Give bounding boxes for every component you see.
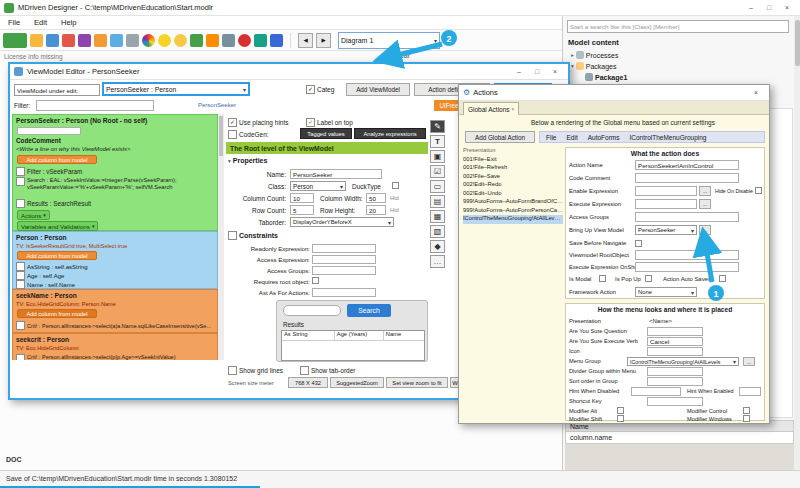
close-icon[interactable]: × (747, 86, 765, 100)
search-icon[interactable] (126, 34, 139, 47)
checkbox[interactable] (16, 199, 25, 208)
tree-row-name[interactable]: Name : self.Name (16, 280, 75, 289)
list-item[interactable]: 002!Edit–Undo (463, 190, 563, 199)
rendered-menu-autoforms[interactable]: AutoForms (588, 134, 620, 141)
execute-expr-field[interactable] (635, 199, 697, 209)
analyze-expressions-button[interactable]: Analyze expressions (354, 128, 426, 139)
listbox-tool-icon[interactable]: ▤ (430, 195, 445, 208)
tree-item-package1[interactable]: Package1 (585, 73, 627, 81)
gear-icon[interactable] (222, 34, 235, 47)
add-column-button[interactable]: Add column from model (17, 251, 97, 260)
property-grid-row[interactable]: column.name (565, 432, 794, 444)
add-column-button[interactable]: Add column from model (17, 309, 97, 318)
scrollbar[interactable] (794, 16, 800, 470)
lightning-icon[interactable] (30, 34, 43, 47)
tree-row-seekname-crit[interactable]: Crit! : Person.allInstances->select(a|a.… (16, 321, 216, 330)
modifier-windows-checkbox[interactable] (743, 415, 750, 422)
show-grid-lines-checkbox[interactable] (228, 366, 237, 375)
variables-expander-button[interactable]: Variables and Validations ▾ (17, 221, 98, 231)
pencil-icon[interactable] (62, 34, 75, 47)
tab-close-icon[interactable]: × (512, 106, 515, 112)
chevron-down-icon[interactable]: ▾ (434, 37, 437, 44)
magnet-icon[interactable] (46, 34, 59, 47)
datagrid-tool-icon[interactable]: ▦ (430, 210, 445, 223)
rendered-menu-icontrol[interactable]: IControlTheMenuGrouping (629, 134, 706, 141)
preview-results-table[interactable]: As String Age (Years) Name (281, 330, 425, 361)
doc-panel-tab[interactable]: DOC (6, 456, 22, 463)
add-global-action-button[interactable]: Add Global Action (465, 131, 535, 143)
minimize-icon[interactable]: – (742, 1, 760, 15)
label-on-top-checkbox[interactable] (306, 118, 315, 127)
readonly-expr-field[interactable] (312, 244, 376, 253)
rendered-menu-edit[interactable]: Edit (566, 134, 577, 141)
is-popup-checkbox[interactable] (645, 275, 652, 282)
tree-item-packages[interactable]: ▾ Packages (571, 62, 617, 70)
rendered-menu-file[interactable]: File (546, 134, 556, 141)
column-count-field[interactable]: 10 (290, 193, 314, 203)
access-groups-field[interactable] (635, 212, 739, 222)
add-viewmodel-button[interactable]: Add ViewModel (346, 83, 410, 96)
row-height-field[interactable]: 20 (366, 205, 386, 215)
execute-onshow-field[interactable] (635, 262, 739, 272)
more-tools-icon[interactable]: … (430, 255, 445, 268)
code-comment-label[interactable]: CodeComment (16, 137, 61, 144)
image-tool-icon[interactable]: ▣ (430, 150, 445, 163)
tree-row-results[interactable]: Results : SearchResult (16, 199, 216, 208)
vm-titlebar[interactable]: ViewModel Editor - PersonSeeker – □ × (10, 64, 568, 80)
ducktype-checkbox[interactable] (392, 182, 399, 189)
categ-checkbox[interactable] (306, 85, 315, 94)
taborder-combobox[interactable]: DisplayOrderYBeforeX ▾ (290, 217, 394, 227)
framework-action-combobox[interactable]: None ▾ (635, 287, 697, 297)
tree-row-asstring[interactable]: AsString : self.asString (16, 262, 88, 271)
list-item-selected[interactable]: IControlTheMenuGrouping!AtAllLevels–Pers… (463, 215, 563, 224)
suggested-zoom-button[interactable]: SuggestedZoom (330, 377, 384, 388)
use-placing-hints-toggle[interactable]: Use placing hints (228, 118, 289, 127)
expander-icon[interactable]: ▸ (571, 52, 574, 58)
tree-row-search[interactable]: Search : EAL: vSeekIntValue:=Integer.Par… (16, 177, 216, 191)
tree-row-filter[interactable]: Filter : vSeekParam (16, 167, 216, 176)
close-icon[interactable]: × (546, 65, 564, 79)
actions-expander-button[interactable]: Actions ▾ (17, 210, 50, 220)
tree-item-processes[interactable]: ▸ Processes (571, 51, 618, 59)
list-item[interactable]: 001!File–Refresh (463, 164, 563, 173)
shortcut-key-field[interactable] (647, 397, 703, 406)
edit-tool-icon[interactable]: ✎ (430, 120, 445, 133)
ast-actions-field[interactable] (312, 288, 376, 297)
actions-titlebar[interactable]: ⚙ Actions × (459, 85, 769, 101)
menu-group-combobox[interactable]: IControlTheMenuGrouping!AtAllLevels ▾ (627, 357, 739, 366)
constraints-checkbox[interactable] (228, 231, 237, 240)
checkbox[interactable] (16, 321, 25, 330)
next-diagram-icon[interactable]: ▶ (316, 33, 331, 48)
maximize-icon[interactable]: □ (760, 1, 778, 15)
root-column-input[interactable] (17, 127, 81, 135)
checkbox[interactable] (16, 262, 25, 271)
column-header[interactable]: Age (Years) (335, 331, 384, 340)
prev-diagram-icon[interactable]: ◀ (298, 33, 313, 48)
smiley-icon[interactable] (174, 34, 187, 47)
tree-row-seekcrit-crit[interactable]: Crit! : Person.allInstances->select(p|p.… (16, 354, 216, 360)
check-icon[interactable] (190, 34, 203, 47)
refresh-icon[interactable] (206, 34, 219, 47)
icon-field[interactable] (647, 347, 703, 356)
column-header[interactable]: Name (384, 331, 424, 340)
viewmodel-rootobject-field[interactable] (635, 250, 739, 260)
codegen-toggle[interactable]: CodeGen: (228, 130, 269, 139)
vm-filter-input[interactable] (36, 100, 154, 111)
constraints-expander[interactable]: Constraints (228, 231, 278, 240)
pin-icon[interactable] (238, 34, 251, 47)
tagged-values-button[interactable]: Tagged values (300, 128, 352, 139)
checkbox[interactable] (16, 354, 25, 360)
help-icon[interactable] (270, 34, 283, 47)
name-field[interactable]: PersonSeeker (290, 169, 382, 179)
vm-tree-scrollbar[interactable] (218, 114, 224, 360)
ays-question-field[interactable] (647, 327, 703, 336)
list-item[interactable]: 002!Edit–Redo (463, 181, 563, 190)
show-tab-order-toggle[interactable]: Show tab-order (300, 366, 355, 375)
enable-expr-ellipsis-button[interactable]: ... (699, 186, 711, 196)
access-expr-field[interactable] (312, 255, 376, 264)
tab-global-actions[interactable]: Global Actions × (463, 102, 519, 115)
chart-icon[interactable] (254, 34, 267, 47)
brush-icon[interactable] (78, 34, 91, 47)
minimize-icon[interactable]: – (510, 65, 528, 79)
divider-group-field[interactable] (647, 367, 703, 376)
